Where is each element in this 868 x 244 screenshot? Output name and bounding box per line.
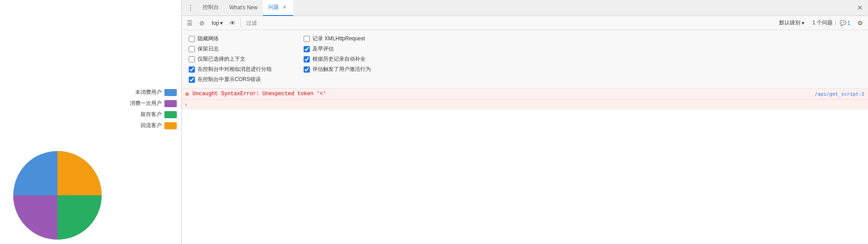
tab-issues-label: 问题 [268,4,279,11]
issues-number: 1 [847,20,850,26]
expand-arrow-icon: › [185,101,187,108]
eval-triggers-label: 评估触发了用户激活行为 [312,66,371,73]
group-similar-checkbox[interactable] [189,66,195,73]
hide-network-label: 隐藏网络 [198,35,219,43]
expand-row[interactable]: › [182,100,868,109]
settings-row-1: 隐藏网络 记录 XMLHttpRequest [189,34,861,44]
preserve-log-checkbox[interactable] [189,46,195,52]
pie-chart: 消费一次用户 留存客户 户 [9,147,106,244]
gear-button[interactable]: ⚙ [855,18,865,28]
filter-input[interactable] [244,20,774,26]
default-level-label: 默认级别 [779,19,800,27]
legend-item-returning: 回流客户 [130,122,177,129]
setting-autocomplete-history[interactable]: 根据历史记录自动补全 [304,55,401,63]
error-icon: ⊗ [185,90,189,97]
hide-network-checkbox[interactable] [189,36,195,42]
autocomplete-history-checkbox[interactable] [304,56,310,62]
tab-whats-new-label: What's New [229,4,258,11]
eye-button[interactable]: 👁 [227,18,238,28]
setting-record-xmlhttprequest[interactable]: 记录 XMLHttpRequest [304,35,401,43]
settings-row-3: 仅限已选择的上下文 根据历史记录自动补全 [189,54,861,64]
message-icon: 💬 [840,20,846,26]
legend-color-retained [164,111,177,118]
settings-row-5: 在控制台中显示CORS错误 [189,74,861,85]
log-area: ⊗ Uncaught SyntaxError: Unexpected token… [182,89,868,244]
legend-item-unconsumed: 未消费用户 [130,89,177,96]
error-row: ⊗ Uncaught SyntaxError: Unexpected token… [182,89,868,100]
tabs-more-button[interactable]: ⋮ [183,4,198,12]
context-selector[interactable]: top ▾ [209,19,225,27]
tab-issues[interactable]: 问题 ✕ [263,0,293,16]
legend-label: 留存客户 [141,111,162,118]
chart-legend: 未消费用户 消费一次用户 留存客户 回流客户 [130,89,177,129]
tabs-bar: ⋮ 控制台 What's New 问题 ✕ ✕ [182,0,868,16]
record-xmlhttprequest-label: 记录 XMLHttpRequest [312,35,365,43]
legend-color-unconsumed [164,89,177,96]
error-text: Uncaught SyntaxError: Unexpected token '… [192,91,811,97]
devtools-close-button[interactable]: ✕ [853,4,866,12]
tab-whats-new[interactable]: What's New [224,0,263,16]
show-cors-checkbox[interactable] [189,77,195,83]
only-selected-context-checkbox[interactable] [189,56,195,62]
issues-prefix: 1 个问题： [812,19,838,27]
preserve-log-label: 保留日志 [198,45,219,53]
setting-show-cors[interactable]: 在控制台中显示CORS错误 [189,76,286,83]
show-cors-label: 在控制台中显示CORS错误 [198,76,261,83]
toolbar-divider [240,19,241,27]
only-selected-context-label: 仅限已选择的上下文 [198,55,245,63]
issues-badge: 💬 1 [840,20,850,26]
legend-item-retained: 留存客户 [130,111,177,118]
legend-item-once: 消费一次用户 [130,100,177,107]
settings-area: 隐藏网络 记录 XMLHttpRequest 保留日志 及早评估 仅限已选择的上… [182,30,868,89]
tab-issues-close[interactable]: ✕ [282,4,288,11]
legend-label: 未消费用户 [135,89,162,96]
block-requests-button[interactable]: ⊘ [197,18,207,28]
default-level-arrow-icon: ▾ [802,20,804,26]
setting-hide-network[interactable]: 隐藏网络 [189,35,286,43]
group-similar-label: 在控制台中对相似消息进行分组 [198,66,272,73]
autocomplete-history-label: 根据历史记录自动补全 [312,55,365,63]
setting-preserve-log[interactable]: 保留日志 [189,45,286,53]
tab-console-label: 控制台 [203,4,219,11]
eval-triggers-checkbox[interactable] [304,66,310,73]
issues-count: 1 个问题： 💬 1 [810,19,853,27]
eager-evaluation-checkbox[interactable] [304,46,310,52]
setting-group-similar[interactable]: 在控制台中对相似消息进行分组 [189,66,286,73]
sidebar-toggle-button[interactable]: ☰ [184,18,195,28]
chart-panel: 未消费用户 消费一次用户 留存客户 回流客户 消费一次用户 留存客户 户 [0,0,181,244]
error-source[interactable]: /api/get_script:1 [815,91,864,97]
legend-color-returning [164,122,177,129]
setting-eval-triggers[interactable]: 评估触发了用户激活行为 [304,66,401,73]
legend-label: 消费一次用户 [130,100,162,107]
legend-label: 回流客户 [141,122,162,129]
tab-console[interactable]: 控制台 [198,0,224,16]
devtools-panel: ⋮ 控制台 What's New 问题 ✕ ✕ ☰ ⊘ top ▾ 👁 默认级别… [181,0,868,244]
top-label: top [212,20,219,26]
legend-color-once [164,100,177,107]
setting-only-selected-context[interactable]: 仅限已选择的上下文 [189,55,286,63]
toolbar: ☰ ⊘ top ▾ 👁 默认级别 ▾ 1 个问题： 💬 1 ⚙ [182,16,868,30]
settings-row-2: 保留日志 及早评估 [189,44,861,54]
settings-row-4: 在控制台中对相似消息进行分组 评估触发了用户激活行为 [189,64,861,74]
default-level-button[interactable]: 默认级别 ▾ [776,18,808,27]
setting-eager-evaluation[interactable]: 及早评估 [304,45,401,53]
eager-evaluation-label: 及早评估 [312,45,334,53]
dropdown-arrow-icon: ▾ [220,20,223,26]
record-xmlhttprequest-checkbox[interactable] [304,36,310,42]
